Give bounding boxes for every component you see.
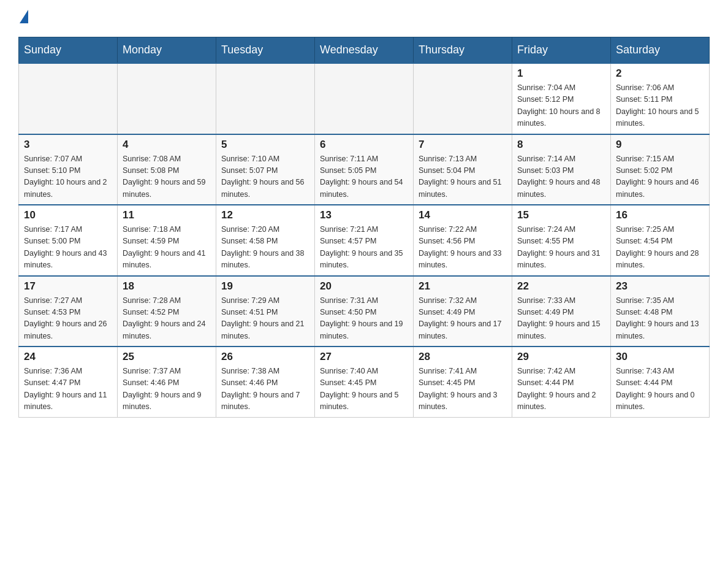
calendar-cell: 2Sunrise: 7:06 AM Sunset: 5:11 PM Daylig… <box>611 63 710 134</box>
calendar-week-1: 1Sunrise: 7:04 AM Sunset: 5:12 PM Daylig… <box>19 63 710 134</box>
day-number: 25 <box>123 351 211 363</box>
day-info: Sunrise: 7:24 AM Sunset: 4:55 PM Dayligh… <box>517 224 605 272</box>
day-number: 7 <box>419 139 507 151</box>
calendar-cell: 30Sunrise: 7:43 AM Sunset: 4:44 PM Dayli… <box>611 347 710 417</box>
day-info: Sunrise: 7:15 AM Sunset: 5:02 PM Dayligh… <box>616 153 704 201</box>
calendar-cell: 29Sunrise: 7:42 AM Sunset: 4:44 PM Dayli… <box>512 347 611 417</box>
day-number: 19 <box>221 280 309 293</box>
calendar-cell: 3Sunrise: 7:07 AM Sunset: 5:10 PM Daylig… <box>19 134 118 205</box>
day-info: Sunrise: 7:42 AM Sunset: 4:44 PM Dayligh… <box>517 366 605 413</box>
day-info: Sunrise: 7:18 AM Sunset: 4:59 PM Dayligh… <box>123 224 211 272</box>
weekday-header-sunday: Sunday <box>19 37 118 64</box>
calendar-cell: 14Sunrise: 7:22 AM Sunset: 4:56 PM Dayli… <box>414 205 512 276</box>
day-number: 21 <box>419 280 507 293</box>
day-number: 22 <box>517 280 605 293</box>
calendar-cell: 13Sunrise: 7:21 AM Sunset: 4:57 PM Dayli… <box>315 205 414 276</box>
calendar-week-4: 17Sunrise: 7:27 AM Sunset: 4:53 PM Dayli… <box>19 276 710 347</box>
calendar-cell <box>414 63 512 134</box>
calendar-cell: 25Sunrise: 7:37 AM Sunset: 4:46 PM Dayli… <box>118 347 216 417</box>
logo-triangle-icon <box>20 10 28 23</box>
day-info: Sunrise: 7:07 AM Sunset: 5:10 PM Dayligh… <box>24 153 112 201</box>
day-number: 12 <box>221 209 309 221</box>
page-header <box>18 12 710 26</box>
day-info: Sunrise: 7:20 AM Sunset: 4:58 PM Dayligh… <box>221 224 309 272</box>
weekday-header-wednesday: Wednesday <box>315 37 414 64</box>
calendar-week-5: 24Sunrise: 7:36 AM Sunset: 4:47 PM Dayli… <box>19 347 710 417</box>
day-number: 14 <box>419 209 507 221</box>
day-number: 20 <box>320 280 408 293</box>
day-info: Sunrise: 7:31 AM Sunset: 4:50 PM Dayligh… <box>320 295 408 343</box>
day-info: Sunrise: 7:10 AM Sunset: 5:07 PM Dayligh… <box>221 153 309 201</box>
day-number: 27 <box>320 351 408 363</box>
calendar-cell: 10Sunrise: 7:17 AM Sunset: 5:00 PM Dayli… <box>19 205 118 276</box>
day-info: Sunrise: 7:28 AM Sunset: 4:52 PM Dayligh… <box>123 295 211 343</box>
day-number: 30 <box>616 351 704 363</box>
day-number: 3 <box>24 139 112 151</box>
day-number: 13 <box>320 209 408 221</box>
day-info: Sunrise: 7:21 AM Sunset: 4:57 PM Dayligh… <box>320 224 408 272</box>
day-info: Sunrise: 7:38 AM Sunset: 4:46 PM Dayligh… <box>221 366 309 413</box>
day-info: Sunrise: 7:32 AM Sunset: 4:49 PM Dayligh… <box>419 295 507 343</box>
calendar-week-3: 10Sunrise: 7:17 AM Sunset: 5:00 PM Dayli… <box>19 205 710 276</box>
calendar-cell: 19Sunrise: 7:29 AM Sunset: 4:51 PM Dayli… <box>216 276 315 347</box>
calendar-table: SundayMondayTuesdayWednesdayThursdayFrid… <box>18 37 710 418</box>
calendar-cell: 28Sunrise: 7:41 AM Sunset: 4:45 PM Dayli… <box>414 347 512 417</box>
calendar-cell: 9Sunrise: 7:15 AM Sunset: 5:02 PM Daylig… <box>611 134 710 205</box>
day-number: 5 <box>221 139 309 151</box>
calendar-cell: 8Sunrise: 7:14 AM Sunset: 5:03 PM Daylig… <box>512 134 611 205</box>
day-info: Sunrise: 7:33 AM Sunset: 4:49 PM Dayligh… <box>517 295 605 343</box>
day-info: Sunrise: 7:22 AM Sunset: 4:56 PM Dayligh… <box>419 224 507 272</box>
day-number: 17 <box>24 280 112 293</box>
day-info: Sunrise: 7:06 AM Sunset: 5:11 PM Dayligh… <box>616 82 704 130</box>
calendar-cell: 22Sunrise: 7:33 AM Sunset: 4:49 PM Dayli… <box>512 276 611 347</box>
day-number: 2 <box>616 67 704 80</box>
calendar-cell: 5Sunrise: 7:10 AM Sunset: 5:07 PM Daylig… <box>216 134 315 205</box>
day-number: 1 <box>517 67 605 80</box>
day-info: Sunrise: 7:14 AM Sunset: 5:03 PM Dayligh… <box>517 153 605 201</box>
day-number: 9 <box>616 139 704 151</box>
day-number: 16 <box>616 209 704 221</box>
weekday-header-monday: Monday <box>118 37 216 64</box>
calendar-cell: 12Sunrise: 7:20 AM Sunset: 4:58 PM Dayli… <box>216 205 315 276</box>
day-number: 8 <box>517 139 605 151</box>
calendar-cell: 27Sunrise: 7:40 AM Sunset: 4:45 PM Dayli… <box>315 347 414 417</box>
day-number: 18 <box>123 280 211 293</box>
day-info: Sunrise: 7:04 AM Sunset: 5:12 PM Dayligh… <box>517 82 605 130</box>
calendar-cell: 20Sunrise: 7:31 AM Sunset: 4:50 PM Dayli… <box>315 276 414 347</box>
weekday-header-thursday: Thursday <box>414 37 512 64</box>
calendar-cell: 24Sunrise: 7:36 AM Sunset: 4:47 PM Dayli… <box>19 347 118 417</box>
calendar-cell <box>216 63 315 134</box>
day-number: 6 <box>320 139 408 151</box>
day-number: 26 <box>221 351 309 363</box>
calendar-cell: 1Sunrise: 7:04 AM Sunset: 5:12 PM Daylig… <box>512 63 611 134</box>
day-info: Sunrise: 7:41 AM Sunset: 4:45 PM Dayligh… <box>419 366 507 413</box>
day-info: Sunrise: 7:37 AM Sunset: 4:46 PM Dayligh… <box>123 366 211 413</box>
day-info: Sunrise: 7:40 AM Sunset: 4:45 PM Dayligh… <box>320 366 408 413</box>
day-number: 4 <box>123 139 211 151</box>
day-info: Sunrise: 7:11 AM Sunset: 5:05 PM Dayligh… <box>320 153 408 201</box>
day-info: Sunrise: 7:27 AM Sunset: 4:53 PM Dayligh… <box>24 295 112 343</box>
day-info: Sunrise: 7:43 AM Sunset: 4:44 PM Dayligh… <box>616 366 704 413</box>
calendar-cell: 16Sunrise: 7:25 AM Sunset: 4:54 PM Dayli… <box>611 205 710 276</box>
calendar-cell <box>315 63 414 134</box>
calendar-cell: 7Sunrise: 7:13 AM Sunset: 5:04 PM Daylig… <box>414 134 512 205</box>
calendar-cell: 15Sunrise: 7:24 AM Sunset: 4:55 PM Dayli… <box>512 205 611 276</box>
day-number: 15 <box>517 209 605 221</box>
day-info: Sunrise: 7:36 AM Sunset: 4:47 PM Dayligh… <box>24 366 112 413</box>
day-number: 29 <box>517 351 605 363</box>
day-info: Sunrise: 7:08 AM Sunset: 5:08 PM Dayligh… <box>123 153 211 201</box>
calendar-cell: 4Sunrise: 7:08 AM Sunset: 5:08 PM Daylig… <box>118 134 216 205</box>
calendar-cell: 26Sunrise: 7:38 AM Sunset: 4:46 PM Dayli… <box>216 347 315 417</box>
day-number: 11 <box>123 209 211 221</box>
calendar-cell: 11Sunrise: 7:18 AM Sunset: 4:59 PM Dayli… <box>118 205 216 276</box>
calendar-cell <box>19 63 118 134</box>
day-info: Sunrise: 7:17 AM Sunset: 5:00 PM Dayligh… <box>24 224 112 272</box>
calendar-cell: 18Sunrise: 7:28 AM Sunset: 4:52 PM Dayli… <box>118 276 216 347</box>
calendar-cell <box>118 63 216 134</box>
day-info: Sunrise: 7:29 AM Sunset: 4:51 PM Dayligh… <box>221 295 309 343</box>
weekday-header-tuesday: Tuesday <box>216 37 315 64</box>
calendar-cell: 17Sunrise: 7:27 AM Sunset: 4:53 PM Dayli… <box>19 276 118 347</box>
day-number: 10 <box>24 209 112 221</box>
weekday-header-friday: Friday <box>512 37 611 64</box>
day-number: 28 <box>419 351 507 363</box>
